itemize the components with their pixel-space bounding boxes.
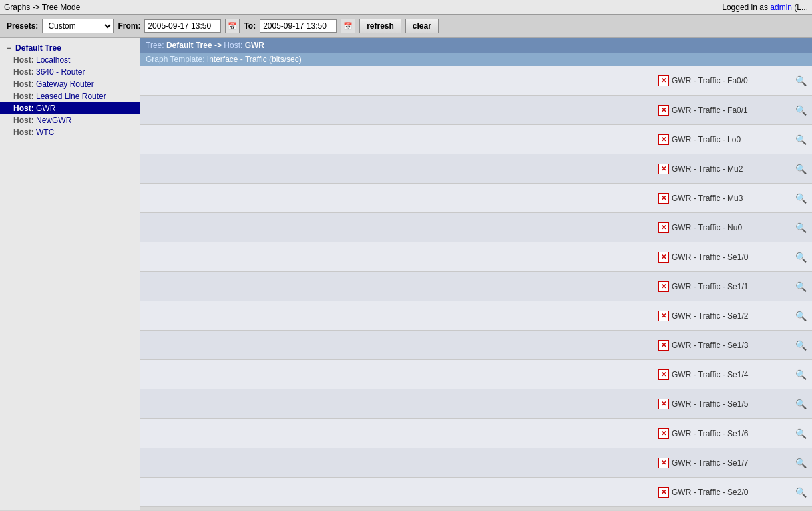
toolbar: Presets: CustomLast Half HourLast HourLa… — [0, 15, 812, 38]
delete-graph-icon[interactable]: ✕ — [658, 487, 669, 498]
graph-controls: ✕ GWR - Traffic - Fa0/0 🔍 — [658, 75, 807, 87]
zoom-icon[interactable]: 🔍 — [795, 104, 807, 116]
host-label: Host: — [13, 55, 34, 65]
zoom-icon[interactable]: 🔍 — [795, 310, 807, 322]
sidebar-item-3640---router[interactable]: Host: 3640 - Router — [0, 66, 140, 78]
graph-name: GWR - Traffic - Fa0/0 — [672, 76, 792, 86]
delete-graph-icon[interactable]: ✕ — [658, 164, 669, 174]
delete-graph-icon[interactable]: ✕ — [658, 105, 669, 116]
delete-graph-icon[interactable]: ✕ — [658, 399, 669, 409]
username-link[interactable]: admin — [770, 3, 792, 12]
to-input[interactable] — [260, 19, 337, 33]
graph-controls: ✕ GWR - Traffic - Mu3 🔍 — [658, 192, 807, 204]
tree-root[interactable]: − Default Tree — [0, 42, 140, 54]
host-name: 3640 - Router — [36, 67, 85, 77]
zoom-icon[interactable]: 🔍 — [795, 281, 807, 293]
graph-controls: ✕ GWR - Traffic - Se1/1 🔍 — [658, 281, 807, 293]
zoom-icon[interactable]: 🔍 — [795, 398, 807, 410]
graph-controls: ✕ GWR - Traffic - Nu0 🔍 — [658, 222, 807, 234]
tree-collapse-icon: − — [7, 44, 11, 52]
graph-list: ✕ GWR - Traffic - Fa0/0 🔍 ✕ GWR - Traffi… — [140, 66, 812, 507]
zoom-icon[interactable]: 🔍 — [795, 75, 807, 87]
from-input[interactable] — [144, 19, 221, 33]
host-name: NewGWR — [36, 116, 71, 125]
zoom-icon[interactable]: 🔍 — [795, 369, 807, 381]
graph-row: ✕ GWR - Traffic - Se1/7 🔍 — [140, 448, 812, 478]
tree-header-tree-value: Default Tree — [166, 41, 212, 50]
graph-controls: ✕ GWR - Traffic - Se1/7 🔍 — [658, 457, 807, 469]
sidebar-item-wtc[interactable]: Host: WTC — [0, 126, 140, 138]
sidebar-item-leased-line-router[interactable]: Host: Leased Line Router — [0, 90, 140, 102]
graph-controls: ✕ GWR - Traffic - Se1/6 🔍 — [658, 428, 807, 440]
graph-controls: ✕ GWR - Traffic - Se2/0 🔍 — [658, 486, 807, 498]
sidebar-item-gwr[interactable]: Host: GWR — [0, 102, 140, 114]
to-calendar-button[interactable]: 📅 — [341, 19, 355, 33]
zoom-icon[interactable]: 🔍 — [795, 163, 807, 175]
host-name: WTC — [36, 128, 54, 137]
to-label: To: — [244, 21, 256, 31]
zoom-icon[interactable]: 🔍 — [795, 222, 807, 234]
host-label: Host: — [13, 92, 34, 101]
graph-name: GWR - Traffic - Se1/5 — [672, 399, 792, 409]
delete-graph-icon[interactable]: ✕ — [658, 458, 669, 468]
graph-row: ✕ GWR - Traffic - Mu2 🔍 — [140, 154, 812, 184]
graph-controls: ✕ GWR - Traffic - Se1/4 🔍 — [658, 369, 807, 381]
graph-controls: ✕ GWR - Traffic - Se1/3 🔍 — [658, 339, 807, 351]
delete-graph-icon[interactable]: ✕ — [658, 75, 669, 86]
zoom-icon[interactable]: 🔍 — [795, 457, 807, 469]
graph-controls: ✕ GWR - Traffic - Mu2 🔍 — [658, 163, 807, 175]
from-calendar-button[interactable]: 📅 — [225, 19, 240, 33]
tree-header-host-label: Host: — [224, 41, 242, 50]
graph-template-header: Graph Template: Interface - Traffic (bit… — [140, 53, 812, 66]
graph-name: GWR - Traffic - Nu0 — [672, 223, 792, 232]
delete-graph-icon[interactable]: ✕ — [658, 222, 669, 233]
graph-name: GWR - Traffic - Se1/4 — [672, 370, 792, 379]
host-name: Leased Line Router — [36, 92, 106, 101]
graph-name: GWR - Traffic - Se1/1 — [672, 282, 792, 291]
zoom-icon[interactable]: 🔍 — [795, 428, 807, 440]
graph-name: GWR - Traffic - Mu3 — [672, 194, 792, 203]
delete-graph-icon[interactable]: ✕ — [658, 252, 669, 263]
delete-graph-icon[interactable]: ✕ — [658, 134, 669, 145]
delete-graph-icon[interactable]: ✕ — [658, 281, 669, 292]
user-info: Logged in as admin (L... — [722, 3, 808, 12]
sidebar-items: Host: LocalhostHost: 3640 - RouterHost: … — [0, 54, 140, 138]
sidebar-item-newgwr[interactable]: Host: NewGWR — [0, 114, 140, 126]
graph-row: ✕ GWR - Traffic - Se1/2 🔍 — [140, 301, 812, 331]
graph-name: GWR - Traffic - Fa0/1 — [672, 106, 792, 115]
zoom-icon[interactable]: 🔍 — [795, 134, 807, 146]
graph-row: ✕ GWR - Traffic - Lo0 🔍 — [140, 125, 812, 154]
sidebar: − Default Tree Host: LocalhostHost: 3640… — [0, 38, 140, 510]
graph-row: ✕ GWR - Traffic - Mu3 🔍 — [140, 184, 812, 213]
delete-graph-icon[interactable]: ✕ — [658, 428, 669, 439]
from-label: From: — [118, 21, 140, 31]
host-label: Host: — [13, 79, 34, 89]
zoom-icon[interactable]: 🔍 — [795, 251, 807, 263]
graph-name: GWR - Traffic - Se2/0 — [672, 488, 792, 497]
layout: − Default Tree Host: LocalhostHost: 3640… — [0, 38, 812, 510]
delete-graph-icon[interactable]: ✕ — [658, 340, 669, 351]
topbar: Graphs -> Tree Mode Logged in as admin (… — [0, 0, 812, 15]
sidebar-item-gateway-router[interactable]: Host: Gateway Router — [0, 78, 140, 90]
presets-select[interactable]: CustomLast Half HourLast HourLast 2 Hour… — [42, 19, 114, 33]
graph-row: ✕ GWR - Traffic - Se1/4 🔍 — [140, 360, 812, 389]
graph-name: GWR - Traffic - Se1/3 — [672, 341, 792, 350]
graph-row: ✕ GWR - Traffic - Fa0/0 🔍 — [140, 66, 812, 96]
delete-graph-icon[interactable]: ✕ — [658, 369, 669, 380]
sidebar-item-localhost[interactable]: Host: Localhost — [0, 54, 140, 66]
host-name: GWR — [36, 104, 55, 113]
tree-header-tree-label: Tree: — [146, 41, 164, 50]
zoom-icon[interactable]: 🔍 — [795, 192, 807, 204]
clear-button[interactable]: clear — [405, 19, 439, 33]
host-label: Host: — [13, 116, 34, 125]
graph-name: GWR - Traffic - Se1/7 — [672, 458, 792, 468]
zoom-icon[interactable]: 🔍 — [795, 339, 807, 351]
delete-graph-icon[interactable]: ✕ — [658, 311, 669, 321]
refresh-button[interactable]: refresh — [359, 19, 401, 33]
graph-controls: ✕ GWR - Traffic - Se1/0 🔍 — [658, 251, 807, 263]
graph-name: GWR - Traffic - Se1/0 — [672, 252, 792, 262]
delete-graph-icon[interactable]: ✕ — [658, 193, 669, 204]
host-name: Gateway Router — [36, 79, 94, 89]
graph-row: ✕ GWR - Traffic - Se1/0 🔍 — [140, 242, 812, 272]
zoom-icon[interactable]: 🔍 — [795, 486, 807, 498]
